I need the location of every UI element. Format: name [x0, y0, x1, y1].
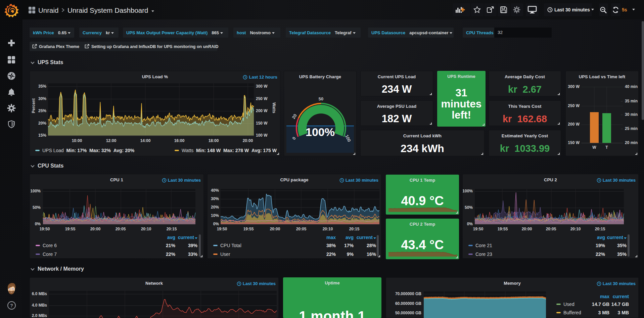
svg-text:?: ? [10, 303, 13, 308]
svg-text:50: 50 [319, 96, 323, 101]
svg-text:20: 20 [291, 113, 297, 120]
